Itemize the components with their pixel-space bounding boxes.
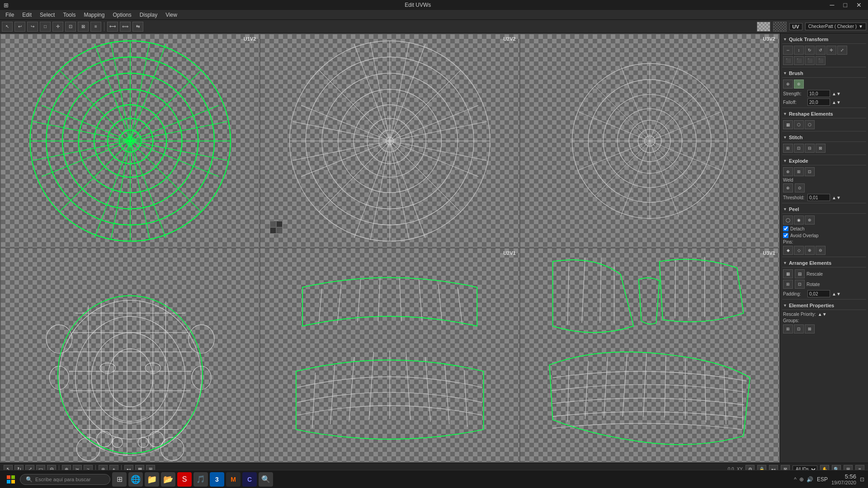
qt-align-l[interactable]: ⬛ [783,56,793,65]
taskbar-app-9[interactable]: 🔍 [259,472,273,487]
tool-7[interactable]: ⟺ [120,22,131,32]
stitch-header[interactable]: Stitch [782,133,866,142]
menu-view[interactable]: View [162,11,181,19]
arrange-btn2[interactable]: ▤ [795,269,805,278]
stitch-btn4[interactable]: ⊠ [816,144,826,153]
qt-flip-v[interactable]: ↕ [794,46,804,55]
tool-5[interactable]: ≡ [90,22,101,32]
group-btn2[interactable]: ⊡ [794,324,804,333]
qt-rot-90[interactable]: ↺ [816,46,826,55]
tool-box[interactable]: □ [40,22,51,32]
viewport-u1v2[interactable]: U1V2 [1,34,259,248]
group-btn3[interactable]: ⊠ [805,324,815,333]
taskbar-app-4[interactable]: S [177,472,192,487]
weld-btn1[interactable]: ⊕ [783,183,793,192]
brush-strength-input[interactable] [807,90,830,97]
arrange-btn3[interactable]: ⊞ [783,280,793,289]
checker-dropdown-icon[interactable]: ▼ [859,24,863,29]
taskbar-app-5[interactable]: 🎵 [193,472,208,487]
taskbar-search[interactable]: 🔍 Escribe aquí para buscar [20,474,110,485]
brush-active[interactable]: ⊛ [794,80,804,89]
reshape-3[interactable]: ⬡ [805,120,815,129]
menu-tools[interactable]: Tools [59,11,79,19]
menu-edit[interactable]: Edit [19,11,35,19]
group-btn1[interactable]: ⊞ [783,324,793,333]
viewport-u3v1[interactable]: U3V1 [520,249,779,462]
qt-move[interactable]: ✛ [826,46,836,55]
menu-file[interactable]: File [2,11,18,19]
brush-relax[interactable]: ⊕ [783,80,793,89]
explode-btn1[interactable]: ⊕ [783,167,793,176]
viewport-u2v1[interactable]: U2V1 [260,249,519,462]
viewport-face-mesh[interactable] [1,249,259,462]
tool-4[interactable]: ⊠ [78,22,89,32]
restore-button[interactable]: □ [841,1,850,9]
viewport-u3v2[interactable]: U3V2 [520,34,779,248]
tray-up-arrow[interactable]: ^ [794,476,797,483]
explode-btn3[interactable]: ⊡ [805,167,815,176]
brush-falloff-input[interactable] [807,99,830,106]
menu-mapping[interactable]: Mapping [80,11,108,19]
reshape-2[interactable]: ⬡ [794,120,804,129]
padding-input[interactable] [807,290,830,297]
brush-header[interactable]: Brush [782,69,866,78]
taskbar-app-chrome[interactable]: 🌐 [128,472,143,487]
quick-transform-header[interactable]: Quick Transform [782,35,866,44]
tool-move[interactable]: ✛ [52,22,63,32]
peel-btn1[interactable]: ◯ [783,216,793,225]
stitch-btn3[interactable]: ⊟ [805,144,815,153]
uv-label[interactable]: UV [789,23,802,30]
tool-undo[interactable]: ↩ [14,22,25,32]
viewport-u2v2[interactable]: U2V2 [260,34,519,248]
taskbar-app-8[interactable]: C [242,472,257,487]
taskbar-app-7[interactable]: M [226,472,241,487]
pin-btn3[interactable]: ⊕ [805,246,815,255]
tool-3[interactable]: ⊡ [65,22,76,32]
arrange-header[interactable]: Arrange Elements [782,259,866,267]
minimize-button[interactable]: ─ [827,1,837,9]
tool-select[interactable]: ↖ [2,22,13,32]
taskbar-app-3[interactable]: 📂 [161,472,175,487]
detach-checkbox[interactable] [783,226,788,231]
tray-network[interactable]: ⊕ [799,476,804,483]
menu-options[interactable]: Options [109,11,135,19]
menu-select[interactable]: Select [36,11,58,19]
tool-6[interactable]: ⟷ [107,22,118,32]
arrange-btn4[interactable]: ⊡ [795,280,805,289]
qt-flip-h[interactable]: ↔ [783,46,793,55]
tray-volume[interactable]: 🔊 [807,476,813,483]
arrange-btn1[interactable]: ▦ [783,269,793,278]
taskbar-app-explorer[interactable]: 📁 [145,472,159,487]
tray-notifications[interactable]: ⊡ [860,476,864,483]
qt-align-b[interactable]: ⬛ [816,56,826,65]
qt-align-r[interactable]: ⬛ [794,56,804,65]
tool-redo[interactable]: ↪ [27,22,38,32]
qt-rot90[interactable]: ↻ [805,46,815,55]
menu-display[interactable]: Display [136,11,161,19]
reshape-1[interactable]: ▦ [783,120,793,129]
rescale-priority-spin[interactable]: ▲▼ [818,312,827,317]
tool-8[interactable]: ⇆ [132,22,143,32]
reshape-header[interactable]: Reshape Elements [782,110,866,118]
qt-align-t[interactable]: ⬛ [805,56,815,65]
checker-selector[interactable]: CheckerPatt ( Checker ) ▼ [805,23,866,30]
pin-btn4[interactable]: ⊖ [816,246,826,255]
explode-btn2[interactable]: ⊞ [794,167,804,176]
weld-threshold-input[interactable] [807,194,830,201]
weld-spin[interactable]: ▲▼ [832,195,841,200]
taskbar-task-view[interactable]: ⊞ [112,472,127,487]
peel-header[interactable]: Peel [782,205,866,214]
weld-btn2[interactable]: ⊙ [795,183,805,192]
stitch-btn2[interactable]: ⊡ [794,144,804,153]
avoid-overlap-checkbox[interactable] [783,233,788,238]
pin-btn1[interactable]: ◆ [783,246,793,255]
padding-spin[interactable]: ▲▼ [832,291,841,296]
stitch-btn1[interactable]: ⊞ [783,144,793,153]
brush-strength-spin[interactable]: ▲▼ [832,91,841,96]
start-button[interactable] [4,472,18,487]
brush-falloff-spin[interactable]: ▲▼ [832,100,841,105]
pin-btn2[interactable]: ◇ [794,246,804,255]
qt-scale[interactable]: ⤢ [837,46,847,55]
peel-btn3[interactable]: ⊛ [805,216,815,225]
close-button[interactable]: ✕ [854,1,864,9]
